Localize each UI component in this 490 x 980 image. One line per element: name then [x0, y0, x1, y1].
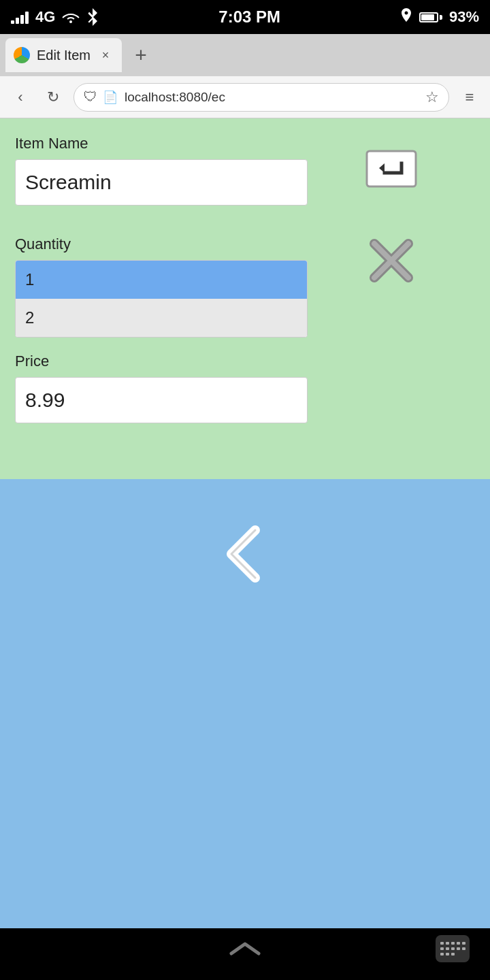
item-name-group: Item Name	[15, 135, 308, 220]
price-label: Price	[15, 353, 308, 370]
quantity-label: Quantity	[15, 235, 308, 253]
back-button[interactable]: ‹	[8, 85, 33, 110]
battery-icon	[419, 12, 442, 22]
nav-bar: ‹ ↻ 🛡 📄 localhost:8080/ec ☆ ≡	[0, 76, 490, 118]
location-icon	[400, 8, 412, 26]
quantity-option-1[interactable]: 1	[16, 261, 307, 299]
network-label: 4G	[35, 8, 55, 26]
battery-label: 93%	[449, 8, 479, 26]
icons-column	[308, 135, 475, 291]
address-bar[interactable]: 🛡 📄 localhost:8080/ec ☆	[74, 83, 449, 112]
back-chevron-button[interactable]	[211, 520, 279, 588]
new-tab-button[interactable]: +	[126, 40, 156, 70]
shield-icon: 🛡	[84, 89, 97, 105]
svg-rect-0	[367, 151, 416, 186]
home-gesture-icon	[225, 938, 265, 959]
tab-bar: Edit Item × +	[0, 34, 490, 76]
content-row: Item Name Quantity 1 2 Price	[15, 135, 475, 453]
refresh-button[interactable]: ↻	[41, 85, 65, 110]
bottom-bar	[0, 928, 490, 969]
time-display: 7:03 PM	[218, 7, 280, 27]
item-name-input[interactable]	[15, 159, 308, 206]
signal-icon	[11, 10, 29, 24]
item-name-label: Item Name	[15, 135, 308, 152]
home-indicator-area[interactable]	[170, 938, 320, 959]
page-content: Item Name Quantity 1 2 Price	[0, 118, 490, 479]
fields-column: Item Name Quantity 1 2 Price	[15, 135, 308, 453]
tab-title-label: Edit Item	[37, 48, 91, 63]
keyboard-toggle-button[interactable]	[436, 935, 470, 962]
address-icons: 🛡 📄	[84, 89, 118, 105]
wifi-icon	[62, 10, 80, 24]
tab-close-button[interactable]: ×	[97, 47, 114, 63]
status-right: 93%	[400, 8, 479, 26]
status-left: 4G	[11, 8, 99, 26]
close-x-button[interactable]	[361, 230, 422, 291]
status-bar: 4G 7:03 PM 93%	[0, 0, 490, 34]
address-text: localhost:8080/ec	[125, 90, 419, 105]
page-icon: 📄	[103, 90, 118, 105]
bluetooth-icon	[86, 8, 99, 26]
keyboard-icon	[440, 942, 466, 956]
menu-button[interactable]: ≡	[457, 85, 482, 110]
quantity-option-2[interactable]: 2	[16, 299, 307, 337]
price-group: Price	[15, 353, 308, 438]
quantity-list[interactable]: 1 2	[15, 260, 308, 338]
active-tab[interactable]: Edit Item ×	[5, 38, 122, 72]
blue-area	[0, 479, 490, 928]
quantity-group: Quantity 1 2	[15, 235, 308, 338]
bookmark-star-icon[interactable]: ☆	[425, 88, 439, 106]
price-input[interactable]	[15, 377, 308, 423]
tab-favicon	[14, 47, 30, 63]
enter-key-icon[interactable]	[364, 148, 419, 189]
